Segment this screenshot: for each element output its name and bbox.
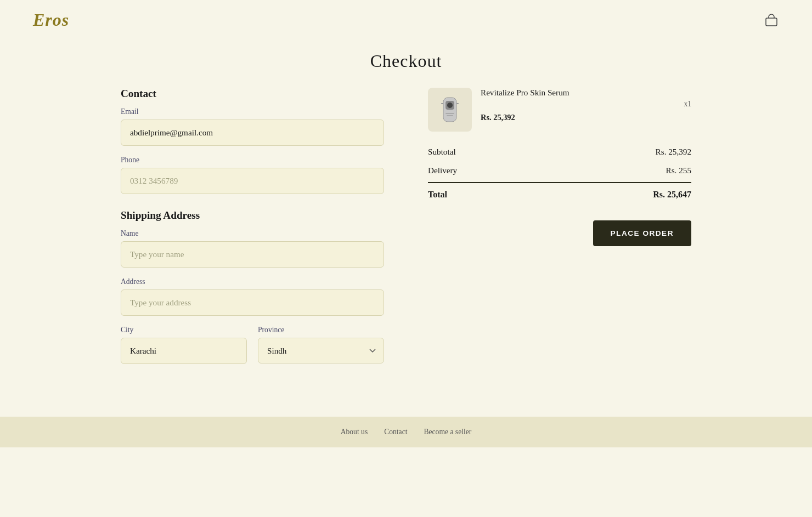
logo: Eros (33, 10, 69, 30)
product-price: Rs. 25,392 (481, 113, 691, 122)
footer-link-contact[interactable]: Contact (384, 428, 407, 436)
footer-links: About us Contact Become a seller (11, 428, 801, 436)
left-panel: Contact Email Phone Shipping Address Nam… (121, 88, 384, 384)
delivery-value: Rs. 255 (666, 166, 691, 175)
place-order-button[interactable]: PLACE ORDER (593, 220, 691, 246)
cart-icon[interactable] (764, 13, 779, 28)
phone-group: Phone (121, 156, 384, 194)
footer-link-seller[interactable]: Become a seller (424, 428, 471, 436)
delivery-row: Delivery Rs. 255 (428, 161, 691, 180)
province-label: Province (258, 326, 384, 334)
email-input[interactable] (121, 120, 384, 146)
header: Eros (0, 0, 812, 40)
page-title-wrap: Checkout (0, 40, 812, 88)
product-image (428, 88, 472, 132)
email-label: Email (121, 107, 384, 116)
place-order-wrap: PLACE ORDER (428, 220, 691, 246)
summary-rows: Subtotal Rs. 25,392 Delivery Rs. 255 Tot… (428, 143, 691, 204)
svg-rect-6 (446, 113, 454, 114)
svg-point-3 (447, 103, 453, 108)
address-input[interactable] (121, 289, 384, 316)
name-input[interactable] (121, 241, 384, 268)
contact-title: Contact (121, 88, 384, 100)
city-group: City (121, 326, 247, 364)
name-group: Name (121, 229, 384, 268)
province-select[interactable]: Sindh Punjab KPK Balochistan Gilgit-Balt… (258, 338, 384, 363)
province-group: Province Sindh Punjab KPK Balochistan Gi… (258, 326, 384, 364)
city-province-row: City Province Sindh Punjab KPK Balochist… (121, 326, 384, 374)
right-panel: Revitalize Pro Skin Serum x1 Rs. 25,392 … (428, 88, 691, 384)
city-label: City (121, 326, 247, 334)
svg-rect-5 (456, 103, 459, 104)
svg-rect-0 (766, 18, 777, 26)
total-label: Total (428, 190, 447, 200)
footer: About us Contact Become a seller (0, 417, 812, 447)
footer-link-about[interactable]: About us (341, 428, 368, 436)
product-details: Revitalize Pro Skin Serum x1 Rs. 25,392 (481, 88, 691, 122)
main-content: Contact Email Phone Shipping Address Nam… (77, 88, 735, 406)
address-label: Address (121, 277, 384, 286)
address-group: Address (121, 277, 384, 316)
svg-rect-4 (441, 103, 443, 104)
subtotal-row: Subtotal Rs. 25,392 (428, 143, 691, 161)
contact-section: Contact Email Phone (121, 88, 384, 194)
page-title: Checkout (0, 51, 812, 71)
product-qty: x1 (481, 100, 691, 109)
subtotal-value: Rs. 25,392 (656, 147, 691, 157)
delivery-label: Delivery (428, 166, 457, 175)
total-value: Rs. 25,647 (653, 190, 691, 200)
total-row: Total Rs. 25,647 (428, 182, 691, 204)
phone-input[interactable] (121, 168, 384, 194)
city-input[interactable] (121, 338, 247, 364)
name-label: Name (121, 229, 384, 238)
svg-rect-7 (447, 115, 453, 116)
product-name: Revitalize Pro Skin Serum (481, 88, 691, 98)
phone-label: Phone (121, 156, 384, 164)
product-row: Revitalize Pro Skin Serum x1 Rs. 25,392 (428, 88, 691, 132)
subtotal-label: Subtotal (428, 147, 456, 157)
email-group: Email (121, 107, 384, 146)
shipping-title: Shipping Address (121, 209, 384, 221)
shipping-section: Shipping Address Name Address City Provi… (121, 209, 384, 374)
